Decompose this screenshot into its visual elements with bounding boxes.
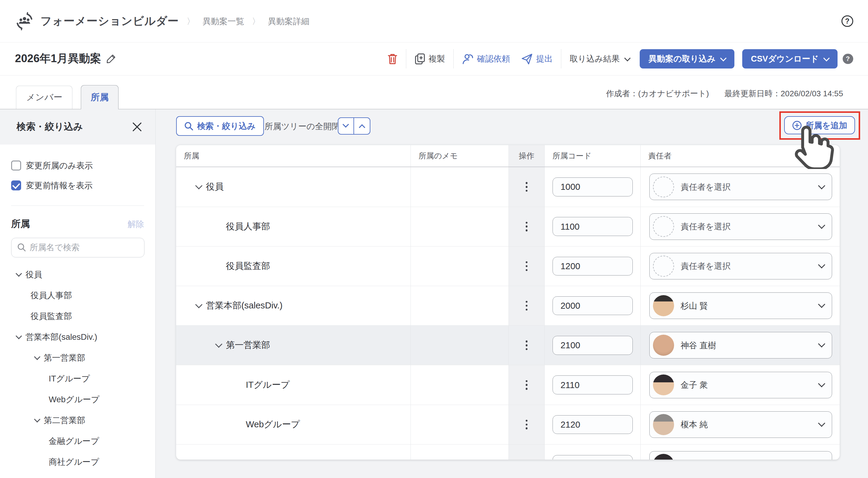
kebab-menu-icon[interactable] [526,301,527,310]
tree-item-yakuin-jinji[interactable]: 役員人事部 [11,285,144,306]
chevron-down-icon[interactable] [215,341,222,348]
avatar [653,295,674,316]
formation-builder-logo-icon [15,12,34,30]
chevron-down-icon [818,340,825,347]
memo-cell [411,365,509,405]
expand-all-button[interactable] [338,118,354,134]
duplicate-button[interactable]: 複製 [415,53,445,65]
title-bar: 2026年1月異動案 複製 確認依頼 [0,42,868,75]
chevron-down-icon [16,333,22,339]
import-plan-button[interactable]: 異動案の取り込み [640,49,734,68]
help-icon[interactable]: ? [841,16,853,27]
global-header: フォーメーションビルダー 〉 異動案一覧 〉 異動案詳細 ? [0,0,868,42]
chevron-down-icon [818,380,825,387]
department-code-input[interactable] [553,257,633,275]
filter-changed-only[interactable]: 変更所属のみ表示 [11,156,144,176]
tree-expand-collapse-toggle [338,117,370,135]
filter-show-before-change[interactable]: 変更前情報を表示 [11,176,144,196]
tree-item-sales-1[interactable]: 第一営業部 [11,347,144,368]
hand-cursor-icon [788,122,837,169]
col-header-code: 所属コード [545,145,641,167]
manager-select[interactable]: 責任者を選択 [649,213,832,240]
tab-band: メンバー 所属 作成者：(カオナビサポート) 最終更新日時：2026/02/03… [0,76,868,109]
manager-select[interactable]: 榎本 純 [649,411,832,438]
department-code-input[interactable] [553,455,633,460]
person-request-icon [462,53,474,65]
tree-item-web-group[interactable]: Webグループ [11,389,144,410]
manager-select[interactable]: 金子 衆 [649,372,832,398]
department-code-input[interactable] [553,415,633,434]
filter-panel-title: 検索・絞り込み [17,120,132,133]
manager-select[interactable]: 神谷 直樹 [649,332,832,359]
import-result-menu[interactable]: 取り込み結果 [570,53,630,64]
breadcrumb-separator: 〉 [252,16,260,27]
kebab-menu-icon[interactable] [526,261,527,271]
delete-button[interactable] [387,53,398,65]
tree-item-finance-group[interactable]: 金融グループ [11,430,144,451]
manager-select[interactable]: 杉山 賢 [649,292,832,319]
department-search-input[interactable] [11,238,145,257]
manager-select[interactable]: 責任者を選択 [649,253,832,279]
avatar-placeholder [653,216,674,237]
department-code-input[interactable] [553,336,633,355]
chevron-down-icon[interactable] [195,182,202,189]
col-header-department: 所属 [176,145,411,167]
department-table: 所属 所属のメモ 操作 所属コード 責任者 役員 責任者を選択 役員人事部 [176,145,840,460]
memo-cell [411,167,509,206]
tab-department[interactable]: 所属 [81,85,119,110]
tree-item-sales-2[interactable]: 第二営業部 [11,410,144,430]
trash-icon [387,53,398,65]
table-row-partial [176,445,840,460]
kebab-menu-icon[interactable] [526,340,527,350]
chevron-down-icon [818,301,825,308]
close-icon[interactable] [132,122,142,132]
tree-item-trading-group[interactable]: 商社グループ [11,451,144,472]
confirm-request-button[interactable]: 確認依頼 [462,53,510,65]
chevron-down-icon [34,416,40,422]
department-code-input[interactable] [553,177,633,196]
breadcrumb-plan-list[interactable]: 異動案一覧 [203,16,244,27]
table-row: Webグループ 榎本 純 [176,405,840,445]
manager-select[interactable]: 責任者を選択 [649,174,832,200]
divider [11,206,144,206]
csv-download-button[interactable]: CSVダウンロード [742,49,838,68]
divider [561,50,561,68]
department-code-input[interactable] [553,296,633,315]
tree-item-yakuin[interactable]: 役員 [11,264,144,285]
department-code-input[interactable] [553,217,633,236]
department-section-label: 所属 [11,217,128,230]
chevron-down-icon [818,182,825,189]
chevron-down-icon[interactable] [195,301,202,308]
memo-cell [411,207,509,246]
kebab-menu-icon[interactable] [526,182,527,191]
chevron-down-icon [818,459,825,460]
tree-item-it-group[interactable]: ITグループ [11,368,144,389]
app-title: フォーメーションビルダー [40,14,179,29]
divider [406,50,406,68]
tab-member[interactable]: メンバー [16,86,72,109]
search-filter-button[interactable]: 検索・絞り込み [176,116,264,136]
kebab-menu-icon[interactable] [526,222,527,232]
checkbox-checked[interactable] [11,180,21,190]
collapse-all-button[interactable] [354,118,370,134]
edit-title-pencil-icon[interactable] [106,54,116,63]
kebab-menu-icon[interactable] [526,420,527,429]
page-title: 2026年1月異動案 [15,51,101,66]
plan-meta: 作成者：(カオナビサポート) 最終更新日時：2026/02/03 14:55 [606,88,843,99]
chevron-down-icon [818,221,825,229]
manager-select[interactable] [649,451,832,460]
help-icon[interactable]: ? [843,54,853,64]
chevron-down-icon [34,354,40,360]
kebab-menu-icon[interactable] [526,380,527,390]
col-header-operation: 操作 [509,145,545,167]
clear-filter-link[interactable]: 解除 [128,218,144,230]
avatar [653,414,674,435]
department-code-input[interactable] [553,376,633,394]
search-filter-panel: 検索・絞り込み 変更所属のみ表示 変更前情報を表示 所属 解除 [0,109,156,478]
checkbox-unchecked[interactable] [11,160,21,171]
tree-item-yakuin-kansa[interactable]: 役員監査部 [11,306,144,327]
chevron-down-icon [824,55,830,61]
submit-button[interactable]: 提出 [521,53,553,65]
tree-item-sales-div[interactable]: 営業本部(salesDiv.) [11,327,144,347]
tree-toggle-label: 所属ツリーの全開閉 [265,121,340,132]
